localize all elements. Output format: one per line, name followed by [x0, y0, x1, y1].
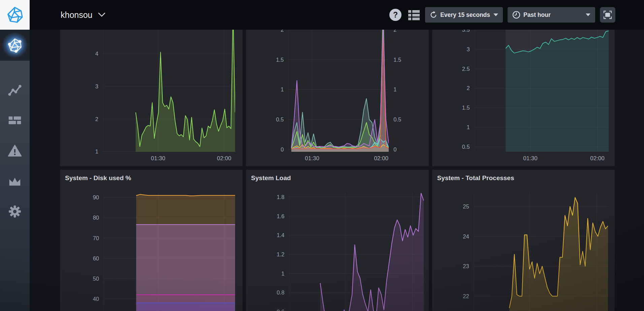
sidebar-item-alerting[interactable]	[0, 136, 30, 166]
x-axis-tick: 02:00	[217, 155, 231, 162]
panel-title[interactable]: System - Disk used %	[60, 170, 243, 191]
grafana-gem-icon	[7, 37, 23, 53]
y-axis-tick: 2	[246, 30, 284, 33]
caret-down-icon	[493, 13, 498, 16]
playlist-rows-button[interactable]	[408, 8, 420, 21]
refresh-interval-label: Every 15 seconds	[440, 11, 490, 19]
y-axis-tick: 1.8	[246, 194, 284, 200]
chart-area[interactable]: 908070605040	[60, 170, 243, 311]
x-axis-tick: 01:30	[305, 155, 319, 162]
y-axis-tick: 1.5	[393, 56, 401, 63]
y-axis-tick: 3	[432, 46, 470, 53]
y-axis-tick: 1.5	[246, 56, 284, 63]
y-axis-tick: 60	[60, 255, 99, 262]
chart-canvas	[103, 30, 235, 152]
y-axis-tick: 1	[60, 148, 98, 155]
panel-total-processes: System - Total Processes 25242322	[432, 170, 615, 311]
clock-icon	[512, 11, 520, 19]
chart-area[interactable]: 3.532.521.510.501:3002:00	[432, 30, 615, 166]
y-axis-tick: 25	[432, 203, 469, 210]
y-axis-tick: 1.5	[432, 104, 470, 111]
panel-memory-chart: 3.532.521.510.501:3002:00	[432, 30, 615, 166]
y-axis-tick: 0.5	[393, 116, 401, 123]
y-axis-tick: 0	[393, 146, 396, 153]
sidebar-item-dashboards[interactable]	[0, 105, 30, 136]
x-axis-tick: 01:30	[151, 155, 165, 162]
time-range-button[interactable]: Past hour	[508, 7, 595, 23]
y-axis-tick: 2	[432, 85, 470, 91]
sidebar-item-explore[interactable]	[0, 75, 30, 105]
panel-io-chart: 221.51.5110.50.50001:3002:00	[246, 30, 428, 166]
chevron-down-icon	[98, 12, 105, 17]
help-button[interactable]: ?	[389, 9, 401, 21]
y-axis-tick: 0.5	[432, 143, 470, 150]
help-icon: ?	[393, 10, 398, 20]
y-axis-tick: 1.4	[246, 232, 284, 238]
settings-gear-icon	[7, 204, 22, 219]
y-axis-tick: 1	[246, 86, 284, 93]
caret-down-icon	[586, 13, 590, 16]
dashboard-grid: 432101:3002:00 221.51.5110.50.50001:3002…	[60, 30, 615, 311]
panel-cpu-chart: 432101:3002:00	[60, 30, 243, 166]
panel-title[interactable]: System - Total Processes	[432, 170, 615, 191]
panel-disk-used: System - Disk used % 908070605040	[60, 170, 243, 311]
explore-graph-icon	[8, 83, 22, 97]
x-axis-tick: 01:30	[523, 155, 538, 162]
grafana-gem-icon	[6, 5, 24, 25]
chart-canvas	[289, 193, 424, 311]
navbar: khonsou ? Every 15 seconds	[0, 0, 644, 30]
y-axis-tick: 1	[393, 86, 396, 93]
crown-icon	[8, 176, 22, 186]
y-axis-tick: 0	[246, 146, 284, 153]
refresh-interval-button[interactable]: Every 15 seconds	[425, 7, 503, 23]
panel-system-load: System Load 1.81.61.41.210.80.6	[246, 170, 428, 311]
y-axis-tick: 0.6	[246, 308, 284, 311]
chart-canvas	[474, 193, 608, 311]
y-axis-tick: 2	[60, 116, 98, 122]
chart-canvas	[288, 30, 389, 152]
chart-canvas	[475, 30, 609, 152]
sidebar-item-premium[interactable]	[0, 166, 30, 196]
y-axis-tick: 3.5	[432, 30, 470, 33]
dashboard-title: khonsou	[61, 10, 93, 20]
y-axis-tick: 50	[60, 275, 99, 282]
x-axis-tick: 02:00	[374, 155, 388, 162]
dashboards-icon	[8, 115, 22, 126]
y-axis-tick: 80	[60, 214, 99, 221]
panel-title[interactable]: System Load	[246, 170, 428, 191]
y-axis-tick: 1	[246, 270, 284, 277]
x-axis-tick: 02:00	[590, 155, 605, 162]
y-axis-tick: 1.6	[246, 213, 284, 220]
y-axis-tick: 40	[60, 295, 99, 302]
y-axis-tick: 0.8	[246, 289, 284, 296]
sidebar-item-settings[interactable]	[0, 196, 30, 227]
chart-area[interactable]: 221.51.5110.50.50001:3002:00	[246, 30, 428, 166]
y-axis-tick: 2.5	[432, 65, 470, 72]
y-axis-tick: 0.5	[246, 116, 284, 123]
y-axis-tick: 1	[432, 124, 470, 131]
y-axis-tick: 4	[60, 50, 98, 57]
app-logo[interactable]	[0, 0, 30, 30]
time-range-label: Past hour	[523, 11, 551, 19]
refresh-icon	[430, 11, 437, 19]
chart-area[interactable]: 1.81.61.41.210.80.6	[246, 170, 428, 311]
chart-area[interactable]: 432101:3002:00	[60, 30, 243, 166]
y-axis-tick: 3	[60, 83, 98, 90]
y-axis-tick: 90	[60, 194, 99, 201]
y-axis-tick: 22	[432, 293, 469, 300]
sidebar	[0, 30, 30, 311]
chart-canvas	[104, 193, 235, 311]
kiosk-mode-button[interactable]	[600, 7, 615, 23]
y-axis-tick: 70	[60, 235, 99, 242]
chart-area[interactable]: 25242322	[432, 170, 615, 311]
sidebar-item-home[interactable]	[0, 30, 30, 61]
kiosk-fullscreen-icon	[603, 10, 612, 19]
y-axis-tick: 1.2	[246, 251, 284, 258]
y-axis-tick: 23	[432, 263, 469, 270]
alerting-icon	[8, 144, 22, 157]
navbar-controls: ? Every 15 seconds Past ho	[389, 7, 615, 23]
y-axis-tick: 24	[432, 233, 469, 240]
dashboard-title-dropdown[interactable]: khonsou	[61, 10, 105, 20]
y-axis-tick: 2	[393, 30, 396, 33]
